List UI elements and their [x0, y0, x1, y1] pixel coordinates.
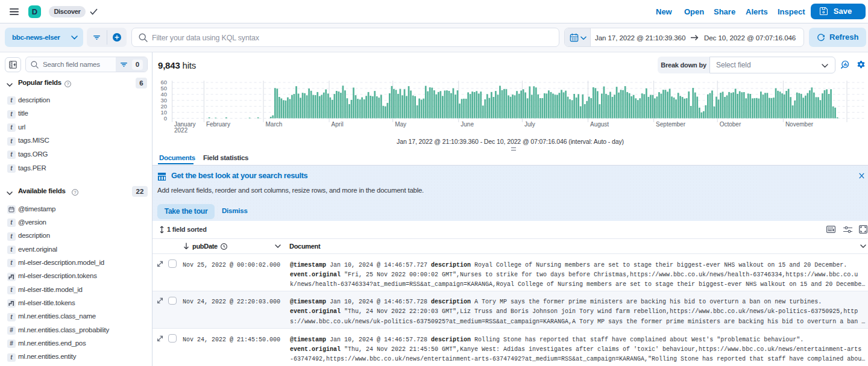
svg-text:2022: 2022 [174, 127, 188, 134]
svg-text:February: February [206, 121, 230, 128]
svg-text:May: May [395, 121, 406, 128]
svg-text:0: 0 [164, 115, 167, 122]
svg-text:June: June [461, 121, 474, 128]
svg-text:January: January [174, 121, 196, 128]
svg-text:April: April [332, 121, 344, 128]
svg-text:September: September [656, 121, 686, 128]
svg-text:July: July [524, 121, 535, 128]
svg-text:November: November [785, 121, 814, 128]
svg-text:?: ? [74, 190, 76, 195]
svg-text:?: ? [66, 81, 69, 87]
svg-text:August: August [590, 121, 609, 128]
svg-text:October: October [720, 121, 741, 128]
svg-text:March: March [266, 121, 283, 128]
